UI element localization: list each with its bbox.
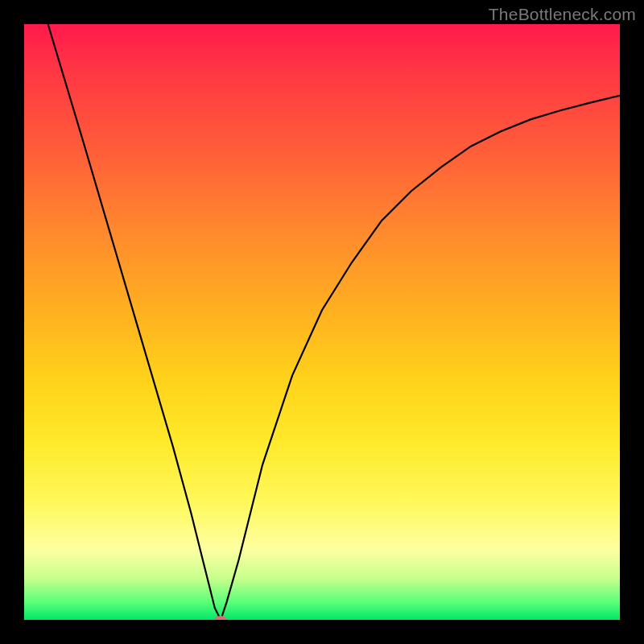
optimal-point-marker <box>215 616 227 620</box>
plot-area <box>24 24 620 620</box>
bottleneck-curve <box>48 24 620 620</box>
watermark-text: TheBottleneck.com <box>489 5 636 24</box>
chart-frame: TheBottleneck.com <box>0 0 644 644</box>
curve-layer <box>24 24 620 620</box>
